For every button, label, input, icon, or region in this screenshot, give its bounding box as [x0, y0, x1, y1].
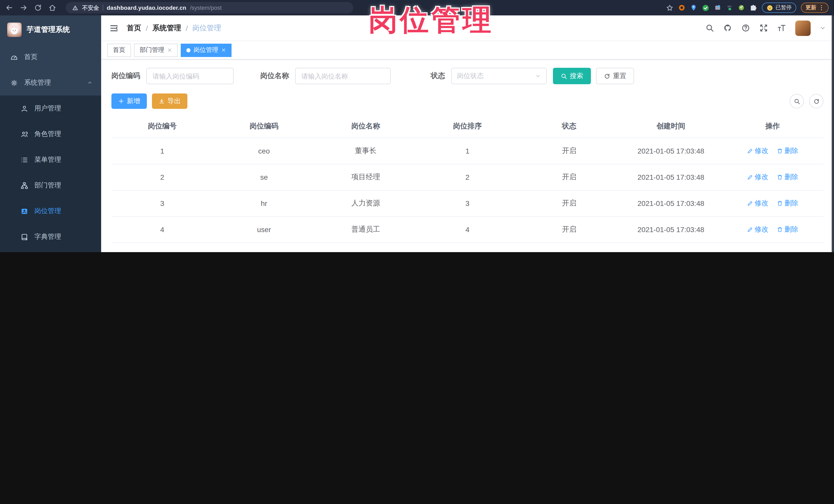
paused-label: 已暂停 — [775, 4, 792, 11]
status-select[interactable]: 岗位状态 — [451, 68, 547, 84]
table-row: 2 se 项目经理 2 开启 2021-01-05 17:03:48 修改删除 — [111, 164, 824, 190]
emoji-face-icon — [766, 4, 773, 11]
export-button[interactable]: 导出 — [152, 93, 188, 109]
delete-link[interactable]: 删除 — [777, 225, 798, 234]
address-bar[interactable]: 不安全 dashboard.yudao.iocoder.cn/system/po… — [66, 2, 353, 13]
add-button[interactable]: 新增 — [111, 93, 147, 109]
delete-link[interactable]: 删除 — [777, 146, 798, 156]
edit-link[interactable]: 修改 — [747, 199, 769, 208]
pencil-icon — [747, 200, 753, 206]
edit-link[interactable]: 修改 — [747, 146, 769, 156]
avatar-caret-icon[interactable] — [820, 25, 826, 31]
edit-link[interactable]: 修改 — [747, 173, 769, 182]
sidebar-item-posts[interactable]: 岗位管理 — [0, 198, 101, 224]
post-name-input[interactable] — [295, 68, 391, 84]
posts-table: 岗位编号 岗位编码 岗位名称 岗位排序 状态 创建时间 操作 1 ceo — [111, 115, 824, 243]
pencil-icon — [747, 148, 753, 154]
sidebar-item-users[interactable]: 用户管理 — [0, 95, 101, 121]
font-size-icon[interactable] — [777, 24, 786, 32]
extension-green-check-icon[interactable] — [702, 4, 709, 12]
close-icon[interactable] — [221, 48, 226, 52]
extension-green-sprout-icon[interactable] — [738, 4, 745, 11]
browser-extensions: 已暂停 更新 — [665, 3, 829, 13]
gear-icon — [10, 79, 18, 87]
extension-orange-ring-icon[interactable] — [678, 4, 685, 11]
table-toolbar: 新增 导出 — [111, 93, 824, 109]
reset-button[interactable]: 重置 — [596, 68, 634, 84]
breadcrumb: 首页 / 系统管理 / 岗位管理 — [127, 23, 221, 32]
profile-paused-pill[interactable]: 已暂停 — [762, 3, 796, 13]
search-icon[interactable] — [705, 24, 714, 32]
table-header-row: 岗位编号 岗位编码 岗位名称 岗位排序 状态 创建时间 操作 — [111, 115, 824, 138]
close-icon[interactable] — [167, 48, 172, 52]
not-secure-warning-icon — [72, 4, 79, 11]
refresh-icon — [813, 98, 820, 105]
browser-forward-icon[interactable] — [20, 4, 28, 12]
delete-link[interactable]: 删除 — [777, 173, 798, 182]
update-label: 更新 — [806, 4, 816, 11]
table-row: 3 hr 人力资源 3 开启 2021-01-05 17:03:48 修改删除 — [111, 190, 824, 216]
table-row: 4 user 普通员工 4 开启 2021-01-05 17:03:48 修改删… — [111, 216, 824, 243]
fullscreen-icon[interactable] — [759, 24, 768, 32]
breadcrumb-home[interactable]: 首页 — [127, 23, 141, 32]
app-header: 首页 / 系统管理 / 岗位管理 — [101, 16, 834, 41]
breadcrumb-current: 岗位管理 — [193, 23, 221, 32]
sidebar: 芋道管理系统 首页 系统管理 用户管理 角色管理 — [0, 16, 101, 252]
sidebar-item-announcements[interactable]: 通知公告 — [0, 249, 101, 252]
sidebar-item-home[interactable]: 首页 — [0, 44, 101, 70]
tag-view-bar: 首页 部门管理 岗位管理 — [101, 41, 834, 60]
browser-back-icon[interactable] — [5, 4, 13, 12]
sidebar-item-menus[interactable]: 菜单管理 — [0, 147, 101, 173]
post-name-label: 岗位名称 — [260, 71, 289, 81]
browser-menu-dots-icon[interactable] — [819, 5, 824, 11]
help-icon[interactable] — [741, 24, 750, 32]
trash-icon — [777, 148, 783, 154]
browser-reload-icon[interactable] — [34, 4, 42, 12]
user-icon — [21, 105, 28, 112]
extension-blue-pin-icon[interactable] — [690, 4, 697, 11]
sidebar-item-departments[interactable]: 部门管理 — [0, 173, 101, 198]
user-avatar[interactable] — [795, 20, 811, 36]
screen: 不安全 dashboard.yudao.iocoder.cn/system/po… — [0, 0, 834, 252]
table-row: 1 ceo 董事长 1 开启 2021-01-05 17:03:48 修改删除 — [111, 138, 824, 164]
extension-gray-tool-icon[interactable] — [714, 4, 721, 11]
book-icon — [21, 233, 28, 241]
search-form: 岗位编码 岗位名称 状态 岗位状态 搜索 — [111, 68, 824, 84]
browser-home-icon[interactable] — [48, 4, 57, 12]
sidebar-item-system[interactable]: 系统管理 — [0, 70, 101, 95]
post-code-label: 岗位编码 — [111, 71, 140, 81]
sidebar-submenu-system: 用户管理 角色管理 菜单管理 部门管理 岗位管理 — [0, 95, 101, 252]
url-path: /system/post — [190, 5, 222, 11]
security-label: 不安全 — [82, 4, 99, 12]
pencil-icon — [747, 174, 753, 180]
chevron-up-icon — [87, 80, 93, 86]
github-icon[interactable] — [723, 24, 732, 32]
pencil-icon — [747, 226, 753, 233]
hamburger-icon[interactable] — [109, 23, 118, 32]
app-title: 芋道管理系统 — [27, 25, 70, 35]
header-actions — [705, 20, 826, 36]
omnibox-divider — [103, 5, 103, 11]
toggle-search-button[interactable] — [790, 94, 804, 108]
refresh-table-button[interactable] — [809, 94, 824, 108]
delete-link[interactable]: 删除 — [777, 199, 798, 208]
browser-update-button[interactable]: 更新 — [801, 3, 829, 13]
edit-link[interactable]: 修改 — [747, 225, 769, 234]
tag-departments[interactable]: 部门管理 — [134, 43, 178, 57]
sidebar-item-roles[interactable]: 角色管理 — [0, 121, 101, 147]
bookmark-star-icon[interactable] — [665, 4, 673, 12]
browser-scrollbar[interactable] — [832, 16, 834, 252]
post-code-input[interactable] — [146, 68, 234, 84]
trash-icon — [777, 174, 783, 180]
sidebar-item-dictionary[interactable]: 字典管理 — [0, 224, 101, 249]
breadcrumb-system[interactable]: 系统管理 — [152, 23, 181, 32]
plus-icon — [118, 98, 124, 104]
tag-posts[interactable]: 岗位管理 — [181, 43, 232, 57]
trash-icon — [777, 200, 783, 206]
search-button[interactable]: 搜索 — [553, 68, 591, 84]
extension-crx-icon[interactable] — [726, 4, 733, 11]
app-logo[interactable]: 芋道管理系统 — [0, 16, 101, 44]
active-tab-dot — [186, 48, 191, 52]
extensions-puzzle-icon[interactable] — [749, 4, 757, 12]
tag-home[interactable]: 首页 — [107, 43, 131, 57]
